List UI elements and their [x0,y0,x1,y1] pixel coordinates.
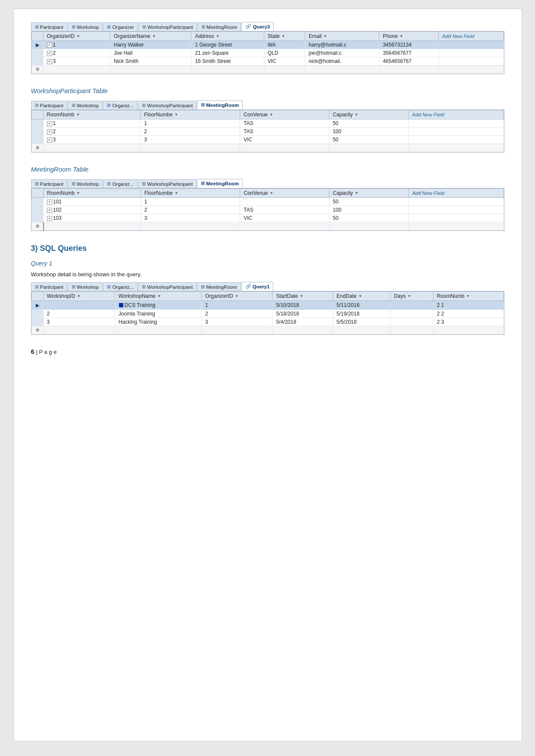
mr-col-addnew[interactable]: Add New Field [408,189,504,198]
q1-workshopid-sort[interactable]: ▼ [77,294,81,298]
q1-roomnumb-sort[interactable]: ▼ [466,294,470,298]
new-row-cell[interactable] [110,66,191,74]
organizername-sort[interactable]: ▼ [152,34,156,38]
wp-col-floornumbe[interactable]: FloorNumbe▼ [141,110,240,119]
tab-workshop[interactable]: ⊞Workshop [68,22,103,31]
mr-new-row-cell[interactable] [44,222,141,231]
q1-new-row-cell[interactable] [390,326,433,334]
q1-enddate-sort[interactable]: ▼ [358,294,362,298]
tab-participant[interactable]: ⊞Participant [31,22,67,31]
phone-sort[interactable]: ▼ [400,34,404,38]
new-row-cell[interactable] [191,66,264,74]
q1-col-enddate[interactable]: EndDate▼ [333,292,390,301]
col-add-new-field[interactable]: Add New Field [438,32,504,41]
mr-roomnumb-sort[interactable]: ▼ [76,191,80,195]
q1-new-row-cell[interactable] [433,326,504,334]
mr-tab-workshop[interactable]: ⊞Workshop [68,179,103,188]
col-organizername[interactable]: OrganizerName▼ [110,32,191,41]
wp-tab-meetingroom[interactable]: ⊞MeetingRoom [197,100,243,109]
expand-btn[interactable]: + [47,43,52,48]
organizerid-sort[interactable]: ▼ [76,34,80,38]
table-row[interactable]: ▶ DCS Training 1 5/10/2018 5/11/2018 2 1 [31,301,504,310]
col-email[interactable]: Email▼ [305,32,379,41]
address-sort[interactable]: ▼ [216,34,219,38]
wp-col-convenue[interactable]: ConVenue▼ [240,110,329,119]
q1-new-row-cell[interactable] [43,326,115,334]
mr-new-row-cell[interactable] [329,222,408,231]
wp-tab-workshop[interactable]: ⊞Workshop [68,101,103,109]
wp-new-row-cell[interactable] [43,144,141,152]
new-row[interactable]: ✱ [31,144,504,152]
email-sort[interactable]: ▼ [323,34,327,38]
col-organizerid[interactable]: OrganizerID▼ [43,32,110,41]
new-row[interactable]: ✱ [31,222,504,231]
q1-tab-meetingroom[interactable]: ⊞MeetingRoom [197,282,241,291]
mr-floornumbe-sort[interactable]: ▼ [175,191,178,195]
new-row-cell[interactable] [379,66,438,74]
wp-col-roomnumb[interactable]: RoomNumb▼ [43,110,141,119]
q1-new-row-cell[interactable] [115,326,201,334]
table-row[interactable]: +2 Joe Hall 21 zen Square QLD joe@hotmai… [31,49,504,57]
wp-new-row-cell[interactable] [240,144,329,152]
q1-new-row-cell[interactable] [201,326,272,334]
mr-new-row-cell[interactable] [141,222,240,231]
mr-col-roomnumb[interactable]: RoomNumb▼ [44,189,141,198]
expand-btn[interactable]: + [47,51,52,56]
wp-tab-organiz[interactable]: ⊞Organiz... [103,101,138,109]
expand-btn[interactable]: + [47,59,52,64]
new-row-cell[interactable] [264,66,305,74]
wp-new-row-cell[interactable] [141,144,240,152]
expand-btn[interactable]: + [47,121,52,126]
q1-col-days[interactable]: Days▼ [390,292,433,301]
convenue-sort[interactable]: ▼ [269,112,273,117]
mr-col-floornumbe[interactable]: FloorNumbe▼ [141,189,240,198]
table-row[interactable]: ▶ +1 Harry Walker 1 George Street WA har… [31,41,504,49]
new-row-cell[interactable] [43,66,110,74]
table-row[interactable]: +3 3 VIC 50 [31,136,504,144]
wp-tab-participant[interactable]: ⊞Participant [31,101,67,109]
mr-tab-workshopparticipant[interactable]: ⊞WorkshopParticipant [138,179,197,188]
q1-workshopname-sort[interactable]: ▼ [157,294,161,298]
q1-tab-organiz[interactable]: ⊞Organiz... [103,282,138,291]
q1-tab-workshop[interactable]: ⊞Workshop [68,282,103,291]
q1-tab-participant[interactable]: ⊞Participant [31,282,67,291]
q1-organizerid-sort[interactable]: ▼ [235,294,239,298]
col-address[interactable]: Address▼ [191,32,264,41]
expand-btn[interactable]: + [47,200,52,205]
expand-btn[interactable]: + [47,137,52,143]
q1-col-organizerid[interactable]: OrganizerID▼ [201,292,272,301]
mr-new-row-cell[interactable] [408,222,504,231]
mr-col-convenue[interactable]: ConVenue▼ [240,189,329,198]
table-row[interactable]: 3 Hacking Training 3 5/4/2018 5/5/2018 2… [31,318,504,326]
q1-tab-query1[interactable]: 🔗Query1 [241,282,274,291]
wp-new-row-cell[interactable] [329,144,408,152]
wp-col-addnew[interactable]: Add New Field [408,110,504,119]
q1-startdate-sort[interactable]: ▼ [300,294,303,298]
tab-query3[interactable]: 🔗Query3 [241,22,274,31]
q1-new-row-cell[interactable] [272,326,333,334]
table-row[interactable]: +103 3 VIC 50 [31,214,504,222]
floornumbe-sort[interactable]: ▼ [174,112,178,117]
q1-new-row-cell[interactable] [333,326,390,334]
roomnumb-sort[interactable]: ▼ [76,112,80,117]
new-row[interactable]: ✱ [31,326,504,334]
q1-col-workshopname[interactable]: WorkshopName▼ [115,292,201,301]
new-row[interactable]: ✱ [31,66,504,74]
q1-col-roomnumb[interactable]: RoomNumb▼ [433,292,504,301]
expand-btn[interactable]: + [47,216,52,221]
wp-new-row-cell[interactable] [408,144,504,152]
q1-col-startdate[interactable]: StartDate▼ [272,292,333,301]
wp-col-capacity[interactable]: Capacity▼ [329,110,408,119]
table-row[interactable]: 2 Joomla Training 2 5/18/2018 5/19/2018 … [31,310,504,318]
q1-days-sort[interactable]: ▼ [407,294,411,298]
new-row-cell[interactable] [305,66,379,74]
q1-col-workshopid[interactable]: WorkshopID▼ [43,292,115,301]
expand-btn[interactable]: + [47,129,52,134]
mr-tab-participant[interactable]: ⊞Participant [31,179,67,188]
mr-convenue-sort[interactable]: ▼ [269,191,273,195]
mr-tab-meetingroom[interactable]: ⊞MeetingRoom [197,179,243,188]
table-row[interactable]: +101 1 50 [31,198,504,206]
q1-tab-workshopparticipant[interactable]: ⊞WorkshopParticipant [138,282,197,291]
state-sort[interactable]: ▼ [282,34,285,38]
mr-col-capacity[interactable]: Capacity▼ [329,189,408,198]
